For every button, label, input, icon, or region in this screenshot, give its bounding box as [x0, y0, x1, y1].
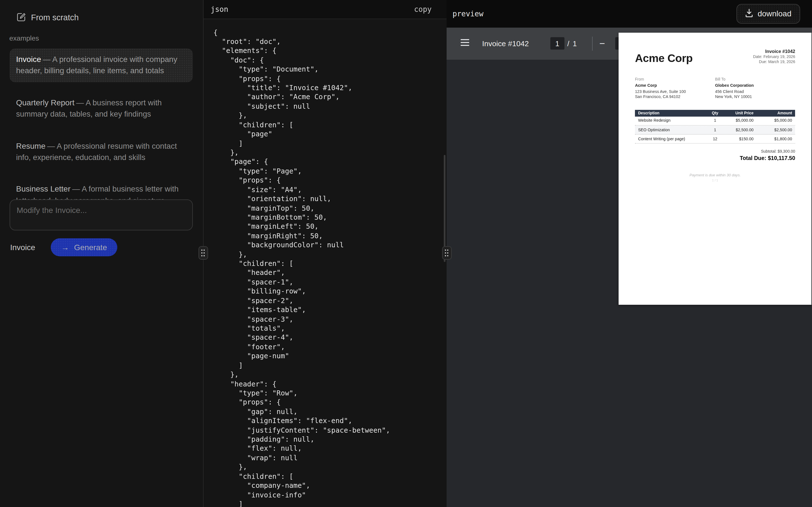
- item-qty: 12: [705, 137, 725, 142]
- example-item-resume[interactable]: Resume— A professional resume with conta…: [9, 135, 193, 169]
- json-panel-header: json copy: [203, 0, 446, 19]
- invoice-items-table: Description Qty Unit Price Amount Websit…: [635, 110, 795, 144]
- example-item-invoice[interactable]: Invoice— A professional invoice with com…: [9, 48, 193, 82]
- preview-panel: preview download Invoice #1: [447, 0, 812, 507]
- col-amount: Amount: [754, 111, 795, 115]
- invoice-line-item: Content Writing (per page) 12 $150.00 $1…: [635, 135, 795, 144]
- from-label: From: [635, 77, 715, 81]
- from-address-line2: San Francisco, CA 94102: [635, 95, 715, 100]
- page-count: 1: [573, 39, 576, 48]
- page-number-input[interactable]: [550, 37, 564, 50]
- json-panel: json copy { "root": "doc", "elements": {…: [203, 0, 446, 507]
- invoice-due-date: Due: March 19, 2026: [753, 60, 795, 65]
- invoice-header: Acme Corp Invoice #1042 Date: February 1…: [635, 33, 795, 64]
- selected-doc-label: Invoice: [10, 243, 35, 252]
- download-button[interactable]: download: [736, 4, 800, 23]
- zoom-out-button[interactable]: −: [599, 39, 605, 48]
- example-title: Business Letter: [16, 184, 70, 193]
- invoice-table-header: Description Qty Unit Price Amount: [635, 110, 795, 116]
- json-panel-title: json: [211, 5, 229, 13]
- app-window: From scratch examples Invoice— A profess…: [0, 0, 812, 507]
- generate-button[interactable]: → Generate: [51, 238, 117, 256]
- invoice-number: Invoice #1042: [753, 49, 795, 54]
- sidebar: From scratch examples Invoice— A profess…: [0, 0, 203, 507]
- modify-prompt-input[interactable]: [9, 199, 193, 230]
- json-panel-resize-handle[interactable]: [442, 246, 451, 260]
- invoice-subtotal: Subtotal: $9,300.00: [635, 150, 795, 154]
- col-description: Description: [635, 111, 705, 115]
- json-code: { "root": "doc", "elements": { "doc": { …: [203, 19, 446, 507]
- invoice-from-block: From Acme Corp 123 Business Ave, Suite 1…: [635, 77, 715, 100]
- drag-dots-icon: [201, 249, 205, 256]
- billto-label: Bill To: [715, 77, 795, 81]
- examples-section-label: examples: [9, 34, 39, 42]
- copy-button[interactable]: copy: [414, 5, 432, 13]
- pdf-menu-button[interactable]: [461, 39, 469, 48]
- invoice-footer-note: Payment is due within 30 days.: [635, 173, 795, 177]
- invoice-page: Acme Corp Invoice #1042 Date: February 1…: [619, 33, 811, 304]
- preview-header: preview download: [447, 0, 812, 27]
- invoice-company-name: Acme Corp: [635, 52, 693, 65]
- download-icon: [745, 8, 753, 19]
- item-amount: $1,800.00: [754, 137, 795, 142]
- invoice-total-due: Total Due: $10,117.50: [635, 155, 795, 161]
- pdf-document-title: Invoice #1042: [482, 39, 529, 48]
- example-title: Resume: [16, 141, 45, 150]
- item-unit-price: $2,500.00: [725, 128, 753, 132]
- item-amount: $5,000.00: [754, 119, 795, 123]
- invoice-line-item: Website Redesign 1 $5,000.00 $5,000.00: [635, 117, 795, 126]
- col-unit-price: Unit Price: [725, 111, 753, 115]
- invoice-line-item: SEO Optimization 1 $2,500.00 $2,500.00: [635, 126, 795, 135]
- toolbar-divider: [592, 36, 592, 50]
- sidebar-resize-handle[interactable]: [198, 246, 208, 260]
- from-name: Acme Corp: [635, 83, 715, 88]
- page-separator: /: [567, 39, 569, 48]
- invoice-page-indicator: 1 / 1: [635, 179, 795, 182]
- edit-pencil-square-icon: [16, 12, 26, 22]
- billto-address-line1: 456 Client Road: [715, 90, 795, 95]
- item-qty: 1: [705, 128, 725, 132]
- generate-button-label: Generate: [74, 243, 107, 252]
- invoice-billto-block: Bill To Globex Corporation 456 Client Ro…: [715, 77, 795, 100]
- billto-name: Globex Corporation: [715, 83, 795, 88]
- examples-list: Invoice— A professional invoice with com…: [9, 48, 193, 222]
- generate-row: Invoice → Generate: [10, 238, 117, 256]
- invoice-date: Date: February 19, 2026: [753, 55, 795, 60]
- from-scratch-button[interactable]: From scratch: [16, 12, 79, 22]
- download-button-label: download: [758, 9, 792, 18]
- item-description: Website Redesign: [635, 119, 705, 123]
- preview-panel-title: preview: [453, 10, 484, 18]
- hamburger-menu-icon: [461, 39, 469, 48]
- from-address-line1: 123 Business Ave, Suite 100: [635, 90, 715, 95]
- invoice-meta: Invoice #1042 Date: February 19, 2026 Du…: [753, 49, 795, 64]
- example-title: Invoice: [16, 55, 41, 64]
- example-title: Quarterly Report: [16, 98, 74, 107]
- invoice-table-body: Website Redesign 1 $5,000.00 $5,000.00 S…: [635, 117, 795, 144]
- item-amount: $2,500.00: [754, 128, 795, 132]
- minus-icon: −: [599, 39, 605, 48]
- col-qty: Qty: [705, 111, 725, 115]
- example-item-quarterly-report[interactable]: Quarterly Report— A business report with…: [9, 92, 193, 126]
- item-qty: 1: [705, 119, 725, 123]
- from-scratch-label: From scratch: [31, 13, 79, 22]
- item-unit-price: $5,000.00: [725, 119, 753, 123]
- item-unit-price: $150.00: [725, 137, 753, 142]
- invoice-billing-row: From Acme Corp 123 Business Ave, Suite 1…: [635, 77, 795, 100]
- json-scrollbar-thumb[interactable]: [444, 155, 445, 262]
- billto-address-line2: New York, NY 10001: [715, 95, 795, 100]
- arrow-right-icon: →: [61, 243, 69, 251]
- item-description: Content Writing (per page): [635, 137, 705, 142]
- item-description: SEO Optimization: [635, 128, 705, 132]
- drag-dots-icon: [445, 249, 449, 256]
